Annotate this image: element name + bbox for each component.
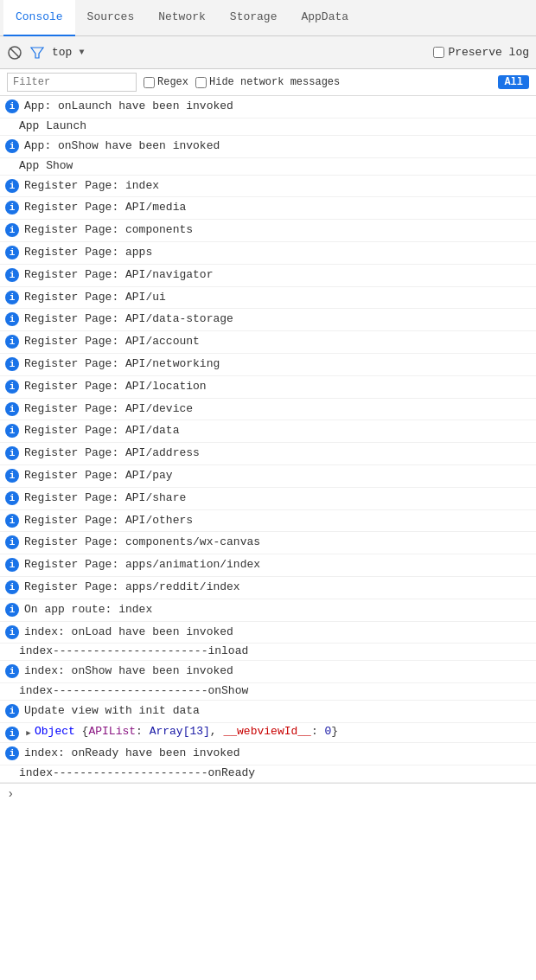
tab-appdata[interactable]: AppData — [289, 0, 361, 36]
log-text: App: onLaunch have been invoked — [24, 98, 533, 116]
console-log: i App: onLaunch have been invoked App La… — [0, 96, 536, 783]
log-entry: i Register Page: API/location — [0, 376, 536, 399]
log-indent: index-----------------------onShow — [0, 683, 536, 701]
log-text: Register Page: components — [24, 221, 533, 240]
log-text: Register Page: API/account — [24, 333, 533, 351]
log-entry: i Register Page: API/data-storage — [0, 309, 536, 331]
log-entry: i Register Page: API/share — [0, 488, 536, 510]
log-entry: i App: onShow have been invoked — [0, 136, 536, 158]
log-text: index: onReady have been invoked — [24, 745, 533, 763]
log-entry: i index: onShow have been invoked — [0, 661, 536, 683]
info-icon: i — [5, 335, 19, 349]
log-indent: index-----------------------inload — [0, 644, 536, 661]
log-text: index: onShow have been invoked — [24, 663, 533, 681]
log-entry: i Register Page: API/account — [0, 331, 536, 354]
log-text: Register Page: API/pay — [24, 467, 533, 485]
prompt-line: › — [0, 783, 536, 804]
tab-bar: Console Sources Network Storage AppData — [0, 0, 536, 36]
info-icon: i — [5, 746, 19, 760]
preserve-log-checkbox[interactable] — [433, 47, 444, 58]
log-entry: i Register Page: API/networking — [0, 354, 536, 376]
log-entry: i Register Page: API/address — [0, 443, 536, 465]
log-indent: App Launch — [0, 118, 536, 136]
log-entry: i Register Page: apps/animation/index — [0, 554, 536, 577]
log-entry-expandable: i ▶ Object {APIList: Array[13], __webvie… — [0, 723, 536, 743]
info-icon: i — [5, 704, 19, 718]
info-icon: i — [5, 625, 19, 639]
log-indent: App Show — [0, 158, 536, 176]
dropdown-arrow-icon[interactable]: ▼ — [79, 48, 84, 57]
svg-marker-2 — [31, 48, 43, 58]
log-entry: i Register Page: API/media — [0, 197, 536, 220]
hide-network-checkbox[interactable] — [195, 77, 207, 88]
log-entry: i Register Page: index — [0, 176, 536, 198]
info-icon: i — [5, 491, 19, 505]
preserve-log-option[interactable]: Preserve log — [433, 46, 529, 59]
filter-input[interactable] — [7, 73, 137, 92]
tab-network[interactable]: Network — [146, 0, 218, 36]
info-icon: i — [5, 246, 19, 259]
log-text: Register Page: API/data-storage — [24, 311, 533, 329]
log-entry: i Register Page: API/navigator — [0, 265, 536, 287]
info-icon: i — [5, 312, 19, 326]
filter-row: Regex Hide network messages All — [0, 69, 536, 96]
tab-console[interactable]: Console — [3, 0, 75, 36]
regex-option[interactable]: Regex — [144, 76, 188, 88]
log-entry: i Register Page: API/ui — [0, 287, 536, 310]
info-icon: i — [5, 446, 19, 460]
hide-network-option[interactable]: Hide network messages — [195, 76, 340, 88]
block-icon[interactable] — [7, 45, 22, 61]
log-text: Register Page: apps/reddit/index — [24, 579, 533, 597]
log-text: Register Page: API/navigator — [24, 266, 533, 285]
log-indent: index-----------------------onReady — [0, 765, 536, 783]
log-entry: i Register Page: API/device — [0, 399, 536, 421]
log-text: Register Page: API/address — [24, 445, 533, 463]
info-icon: i — [5, 402, 19, 416]
log-text: Register Page: API/location — [24, 378, 533, 396]
log-text: App: onShow have been invoked — [24, 138, 533, 156]
info-icon: i — [5, 139, 19, 153]
log-entry: i App: onLaunch have been invoked — [0, 96, 536, 118]
info-icon: i — [5, 664, 19, 678]
info-icon: i — [5, 99, 19, 113]
log-entry: i Register Page: API/others — [0, 510, 536, 533]
info-icon: i — [5, 223, 19, 237]
info-icon: i — [5, 291, 19, 304]
info-icon: i — [5, 179, 19, 193]
log-entry: i index: onReady have been invoked — [0, 743, 536, 765]
log-object[interactable]: Object {APIList: Array[13], __webviewId_… — [35, 725, 338, 738]
info-icon: i — [5, 580, 19, 594]
toolbar: top ▼ Preserve log — [0, 36, 536, 69]
info-icon: i — [5, 424, 19, 438]
log-entry: i Register Page: components/wx-canvas — [0, 532, 536, 554]
regex-checkbox[interactable] — [144, 77, 155, 88]
info-icon: i — [5, 357, 19, 371]
log-entry: i On app route: index — [0, 599, 536, 622]
log-text: Register Page: API/ui — [24, 289, 533, 307]
log-entry: i Register Page: API/pay — [0, 465, 536, 488]
log-text: index: onLoad have been invoked — [24, 624, 533, 642]
log-entry: i Update view with init data — [0, 701, 536, 723]
info-icon: i — [5, 603, 19, 617]
info-icon: i — [5, 201, 19, 215]
info-icon: i — [5, 469, 19, 483]
log-text: On app route: index — [24, 601, 533, 619]
prompt-arrow-icon: › — [7, 787, 14, 801]
expand-arrow-icon[interactable]: ▶ — [24, 727, 33, 740]
log-text: Register Page: index — [24, 177, 533, 195]
log-entry: i Register Page: apps/reddit/index — [0, 577, 536, 599]
context-selector[interactable]: top ▼ — [52, 46, 426, 59]
log-text: Register Page: apps/animation/index — [24, 556, 533, 574]
info-icon: i — [5, 268, 19, 282]
all-filter-badge[interactable]: All — [498, 75, 529, 89]
info-icon: i — [5, 558, 19, 572]
log-text: Update view with init data — [24, 702, 533, 721]
info-icon: i — [5, 380, 19, 394]
filter-icon[interactable] — [29, 45, 45, 61]
log-text: Register Page: API/networking — [24, 355, 533, 374]
log-entry: i Register Page: apps — [0, 242, 536, 265]
tab-storage[interactable]: Storage — [218, 0, 290, 36]
tab-sources[interactable]: Sources — [75, 0, 147, 36]
log-entry: i Register Page: API/data — [0, 420, 536, 443]
svg-line-1 — [10, 48, 20, 57]
